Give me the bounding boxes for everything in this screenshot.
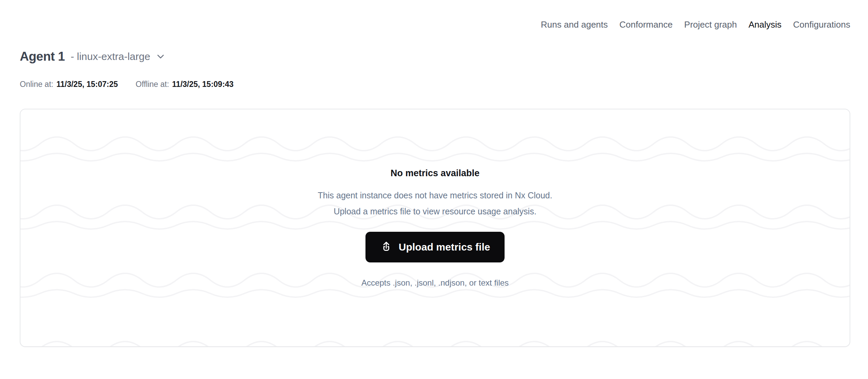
empty-state-title: No metrics available bbox=[390, 168, 479, 179]
chevron-down-icon[interactable] bbox=[155, 51, 166, 62]
offline-at-label: Offline at: bbox=[136, 79, 169, 89]
online-at-value: 11/3/25, 15:07:25 bbox=[56, 79, 118, 89]
offline-at-value: 11/3/25, 15:09:43 bbox=[172, 79, 234, 89]
nav-item-configurations[interactable]: Configurations bbox=[793, 19, 850, 30]
empty-state: No metrics available This agent instance… bbox=[20, 109, 850, 346]
empty-state-description: This agent instance does not have metric… bbox=[318, 187, 552, 219]
upload-button-label: Upload metrics file bbox=[399, 241, 490, 253]
agent-header: Agent 1 - linux-extra-large bbox=[20, 49, 166, 64]
offline-at: Offline at: 11/3/25, 15:09:43 bbox=[136, 79, 234, 89]
agent-meta: Online at: 11/3/25, 15:07:25 Offline at:… bbox=[20, 79, 234, 89]
empty-state-description-line2: Upload a metrics file to view resource u… bbox=[318, 203, 552, 219]
nav-item-project-graph[interactable]: Project graph bbox=[684, 19, 737, 30]
accepted-file-types: Accepts .json, .jsonl, .ndjson, or text … bbox=[361, 278, 509, 288]
upload-icon bbox=[380, 241, 393, 254]
online-at-label: Online at: bbox=[20, 79, 53, 89]
page: Runs and agents Conformance Project grap… bbox=[0, 0, 868, 379]
metrics-card: No metrics available This agent instance… bbox=[20, 109, 850, 347]
empty-state-description-line1: This agent instance does not have metric… bbox=[318, 187, 552, 203]
nav-item-conformance[interactable]: Conformance bbox=[619, 19, 673, 30]
nav-item-analysis[interactable]: Analysis bbox=[749, 19, 782, 30]
upload-metrics-button[interactable]: Upload metrics file bbox=[365, 232, 504, 262]
agent-launch-template: - linux-extra-large bbox=[71, 50, 150, 63]
nav-item-runs-and-agents[interactable]: Runs and agents bbox=[541, 19, 608, 30]
top-nav: Runs and agents Conformance Project grap… bbox=[541, 19, 850, 30]
online-at: Online at: 11/3/25, 15:07:25 bbox=[20, 79, 118, 89]
page-title: Agent 1 bbox=[20, 49, 65, 64]
